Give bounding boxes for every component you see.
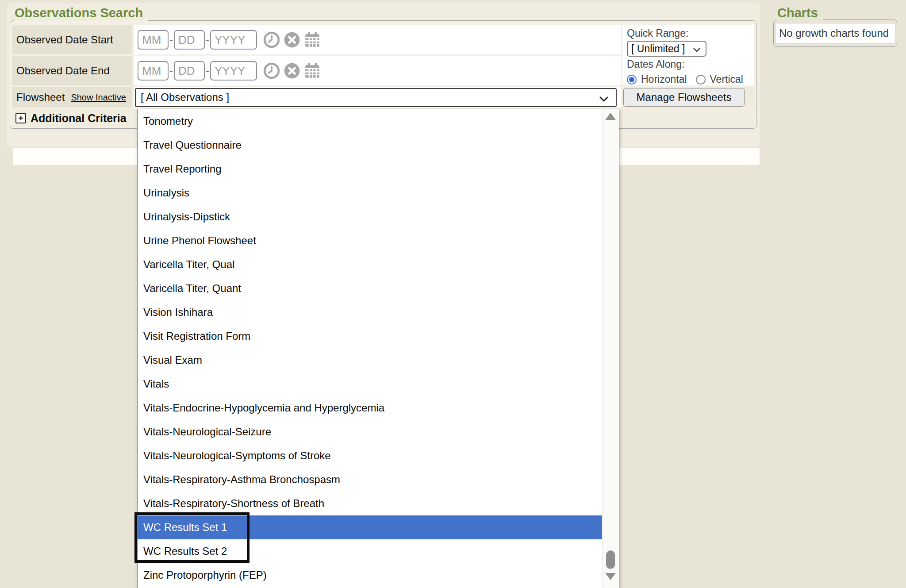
dropdown-option[interactable]: Varicella Titer, Quant (138, 277, 602, 300)
date-end-day-input[interactable] (174, 61, 205, 81)
date-end-label: Observed Date End (12, 56, 132, 85)
dropdown-option[interactable]: WC Results Set 1 (138, 515, 602, 539)
charts-empty-message: No growth charts found (775, 23, 895, 43)
horizontal-radio[interactable] (627, 75, 637, 85)
charts-panel: Charts No growth charts found (773, 19, 897, 47)
dropdown-option[interactable]: Urinalysis (138, 181, 602, 205)
dropdown-option[interactable]: Visual Exam (138, 348, 602, 372)
dropdown-option[interactable]: Travel Questionnaire (138, 133, 602, 157)
date-start-month-input[interactable] (138, 30, 169, 50)
observations-page: { "search_panel": { "legend": "Observati… (0, 0, 906, 588)
dropdown-option[interactable]: Tonometry (138, 109, 602, 133)
date-end-month-input[interactable] (138, 61, 169, 81)
chevron-down-icon (597, 92, 610, 108)
date-start-year-input[interactable] (210, 30, 257, 50)
dropdown-option[interactable]: Vision Ishihara (138, 300, 602, 324)
quick-range-value: [ Unlimited ] (631, 43, 685, 55)
manage-flowsheets-cell: Manage Flowsheets (622, 87, 754, 108)
dropdown-option[interactable]: Vitals-Respiratory-Shortness of Breath (138, 492, 602, 515)
date-start-label: Observed Date Start (12, 25, 132, 54)
quick-range-select[interactable]: [ Unlimited ] (627, 41, 706, 57)
chevron-down-icon (691, 44, 702, 58)
dropdown-option[interactable]: Urinalysis-Dipstick (138, 205, 602, 229)
clock-icon[interactable] (263, 31, 280, 48)
clear-circle-icon[interactable] (284, 62, 300, 79)
flowsheet-select-value: [ All Observations ] (141, 91, 229, 104)
date-separator: - (206, 65, 209, 77)
date-separator: - (169, 65, 173, 77)
horizontal-radio-label: Horizontal (641, 73, 687, 85)
date-separator: - (169, 34, 173, 46)
scrollbar-thumb[interactable] (606, 550, 615, 569)
dropdown-option[interactable]: Zinc Protoporphyrin (FEP) (138, 563, 602, 587)
scroll-down-icon[interactable] (605, 573, 616, 580)
calendar-icon[interactable] (304, 31, 321, 48)
dropdown-option[interactable]: Travel Reporting (138, 157, 602, 181)
dropdown-option[interactable]: Vitals-Endocrine-Hypoglycemia and Hyperg… (138, 396, 602, 420)
dropdown-option[interactable]: WC Results Set 2 (138, 539, 602, 563)
dates-along-options: Horizontal Vertical (627, 73, 750, 85)
panel-title: Observations Search (14, 5, 148, 21)
date-end-year-input[interactable] (210, 61, 257, 81)
vertical-radio[interactable] (696, 75, 706, 85)
show-inactive-link[interactable]: Show Inactive (71, 92, 126, 103)
quick-range-cell: Quick Range: [ Unlimited ] Dates Along: … (622, 25, 754, 85)
manage-flowsheets-button[interactable]: Manage Flowsheets (623, 88, 745, 107)
dropdown-option[interactable]: Vitals-Neurological-Symptoms of Stroke (138, 444, 602, 468)
vertical-radio-label: Vertical (710, 73, 743, 85)
date-separator: - (206, 34, 209, 46)
flowsheet-select-cell: [ All Observations ] (134, 87, 621, 108)
calendar-icon[interactable] (304, 62, 321, 79)
flowsheet-select[interactable]: [ All Observations ] (135, 88, 617, 107)
dropdown-option[interactable]: Visit Registration Form (138, 324, 602, 348)
dates-along-label: Dates Along: (627, 58, 750, 71)
dropdown-scrollbar[interactable] (602, 109, 619, 588)
date-start-day-input[interactable] (174, 30, 205, 50)
additional-criteria-label: Additional Criteria (31, 112, 127, 125)
expand-plus-icon[interactable]: + (15, 113, 26, 123)
dropdown-option[interactable]: Varicella Titer, Qual (138, 253, 602, 277)
clock-icon[interactable] (263, 62, 280, 79)
flowsheet-label-cell: Flowsheet Show Inactive (12, 87, 132, 108)
quick-range-label: Quick Range: (627, 27, 750, 40)
charts-title: Charts (776, 5, 823, 21)
date-start-input-cell: - - (134, 25, 621, 54)
dropdown-option[interactable]: Vitals (138, 372, 602, 396)
clear-circle-icon[interactable] (284, 31, 300, 48)
dropdown-items: TonometryTravel QuestionnaireTravel Repo… (138, 109, 602, 587)
dropdown-option[interactable]: Vitals-Neurological-Seizure (138, 420, 602, 444)
flowsheet-label: Flowsheet (16, 91, 65, 104)
scroll-up-icon[interactable] (605, 113, 616, 120)
flowsheet-dropdown-list: TonometryTravel QuestionnaireTravel Repo… (137, 109, 619, 588)
dropdown-option[interactable]: Urine Phenol Flowsheet (138, 229, 602, 253)
dropdown-option[interactable]: Vitals-Respiratory-Asthma Bronchospasm (138, 468, 602, 492)
date-end-input-cell: - - (134, 56, 621, 85)
